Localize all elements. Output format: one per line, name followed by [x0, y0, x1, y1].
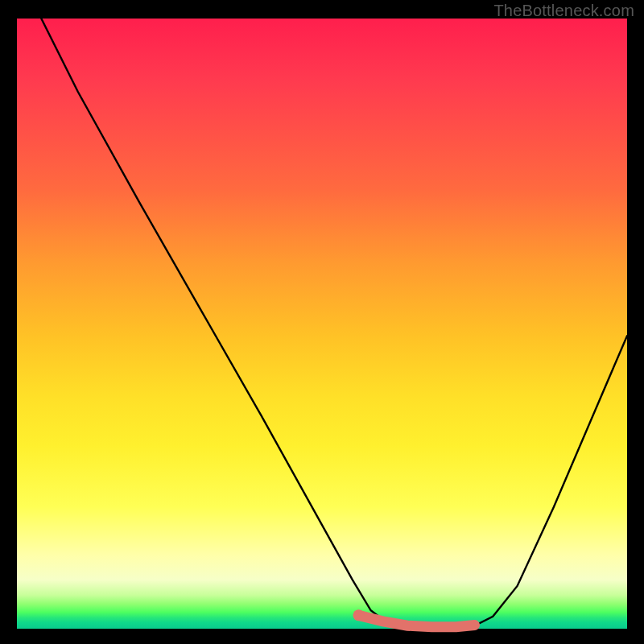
- highlight-dot: [353, 609, 364, 621]
- watermark-text: TheBottleneck.com: [493, 2, 634, 20]
- bottleneck-curve: [41, 19, 627, 627]
- chart-svg: [17, 19, 627, 629]
- highlight-segment: [358, 615, 474, 626]
- chart-frame: TheBottleneck.com: [0, 0, 644, 644]
